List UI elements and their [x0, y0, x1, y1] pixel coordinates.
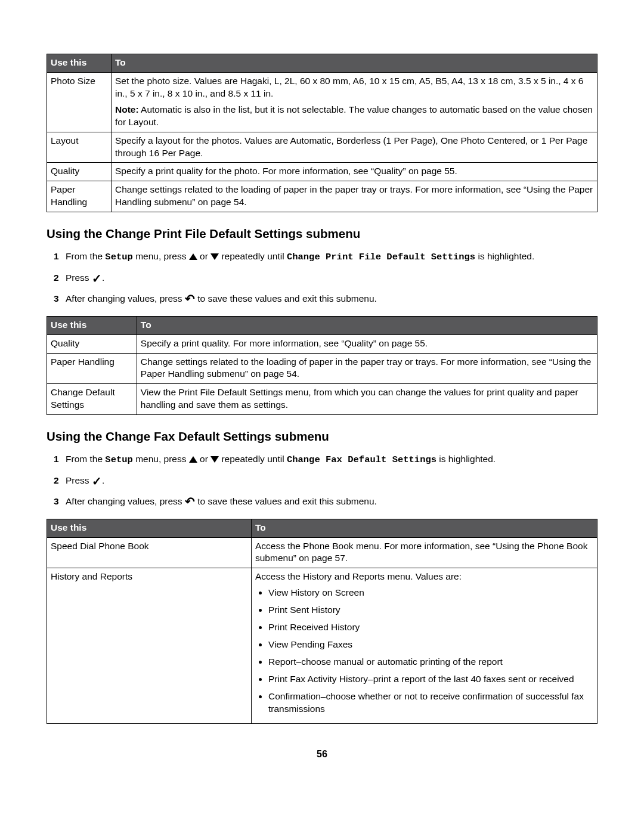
list-item: Print Sent History [268, 604, 593, 617]
back-icon: ↶ [185, 295, 195, 302]
table-fax-settings: Use this To Speed Dial Phone Book Access… [47, 519, 597, 724]
section-heading: Using the Change Print File Default Sett… [47, 225, 597, 242]
list-item: Print Received History [268, 621, 593, 634]
page-number: 56 [47, 748, 597, 761]
section-heading: Using the Change Fax Default Settings su… [47, 428, 597, 445]
table-cell: Access the History and Reports menu. Val… [252, 568, 597, 723]
table-cell: Quality [47, 163, 112, 181]
table-row: Paper Handling Change settings related t… [47, 353, 597, 384]
table-cell: Layout [47, 132, 112, 163]
table-header: To [137, 316, 597, 335]
up-arrow-icon [189, 253, 197, 260]
bullet-list: View History on Screen Print Sent Histor… [255, 587, 593, 715]
list-item: Report–choose manual or automatic printi… [268, 656, 593, 668]
table-cell: Specify a layout for the photos. Values … [111, 132, 597, 163]
list-item: 2 Press ✓. [54, 475, 597, 487]
up-arrow-icon [189, 456, 197, 463]
table-header: To [111, 54, 597, 73]
list-item: 1 From the Setup menu, press or repeated… [54, 250, 597, 264]
check-icon: ✓ [92, 275, 102, 281]
table-row: History and Reports Access the History a… [47, 568, 597, 723]
table-header: Use this [47, 519, 252, 537]
table-cell: Specify a print quality for the photo. F… [111, 163, 597, 181]
table-print-file-settings: Use this To Quality Specify a print qual… [47, 316, 597, 416]
table-cell: Paper Handling [47, 181, 112, 212]
table-photo-settings: Use this To Photo Size Set the photo siz… [47, 54, 597, 212]
table-header: To [252, 519, 597, 537]
list-item: View Pending Faxes [268, 639, 593, 651]
table-cell: Change settings related to the loading o… [137, 353, 597, 384]
down-arrow-icon [210, 253, 219, 260]
note-label: Note: [115, 104, 139, 114]
table-row: Quality Specify a print quality. For mor… [47, 335, 597, 353]
down-arrow-icon [210, 456, 219, 463]
table-row: Speed Dial Phone Book Access the Phone B… [47, 537, 597, 568]
list-item: 3 After changing values, press ↶ to save… [54, 293, 597, 305]
list-item: Print Fax Activity History–print a repor… [268, 673, 593, 686]
table-row: Quality Specify a print quality for the … [47, 163, 597, 181]
steps-list: 1 From the Setup menu, press or repeated… [54, 250, 597, 305]
list-item: 3 After changing values, press ↶ to save… [54, 496, 597, 508]
table-cell: Access the Phone Book menu. For more inf… [252, 537, 597, 568]
list-item: 2 Press ✓. [54, 272, 597, 284]
list-item: View History on Screen [268, 587, 593, 599]
table-cell: Set the photo size. Values are Hagaki, L… [111, 72, 597, 132]
table-cell: History and Reports [47, 568, 252, 723]
table-row: Photo Size Set the photo size. Values ar… [47, 72, 597, 132]
list-item: 1 From the Setup menu, press or repeated… [54, 453, 597, 466]
table-cell: Photo Size [47, 72, 112, 132]
table-header: Use this [47, 316, 137, 335]
steps-list: 1 From the Setup menu, press or repeated… [54, 453, 597, 508]
table-cell: Specify a print quality. For more inform… [137, 335, 597, 353]
table-cell: View the Print File Default Settings men… [137, 384, 597, 415]
table-cell: Change Default Settings [47, 384, 137, 415]
table-row: Layout Specify a layout for the photos. … [47, 132, 597, 163]
table-cell: Speed Dial Phone Book [47, 537, 252, 568]
back-icon: ↶ [185, 498, 195, 505]
check-icon: ✓ [92, 478, 102, 484]
list-item: Confirmation–choose whether or not to re… [268, 690, 593, 716]
table-cell: Paper Handling [47, 353, 137, 384]
table-header: Use this [47, 54, 112, 73]
table-row: Change Default Settings View the Print F… [47, 384, 597, 415]
table-cell: Change settings related to the loading o… [111, 181, 597, 212]
table-cell: Quality [47, 335, 137, 353]
table-row: Paper Handling Change settings related t… [47, 181, 597, 212]
